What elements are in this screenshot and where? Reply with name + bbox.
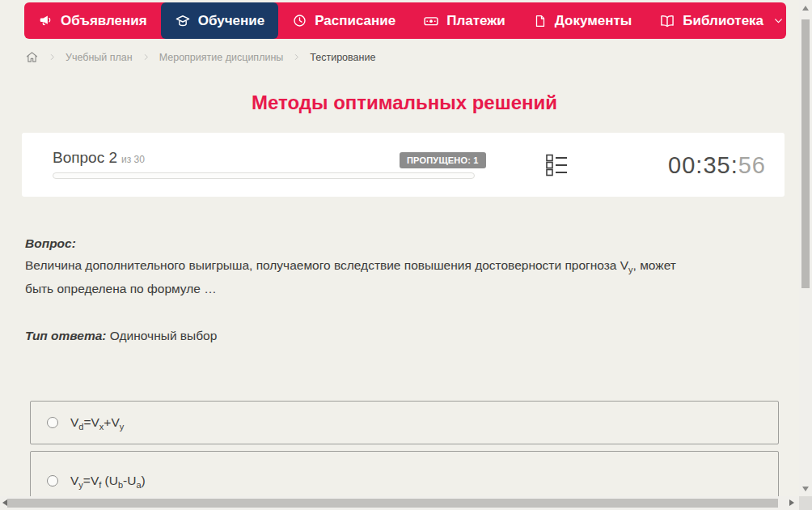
nav-item-documents[interactable]: Документы [519, 2, 646, 39]
breadcrumb-item-curriculum[interactable]: Учебный план [66, 52, 133, 63]
nav-item-label: Расписание [315, 13, 395, 29]
nav-item-label: Библиотека [683, 13, 763, 29]
answer-option-formula: Vy=Vf (Ub-Ua) [70, 474, 146, 488]
home-icon[interactable] [25, 50, 39, 64]
timer-minutes: 00:35: [668, 152, 738, 178]
question-number: Вопрос 2 [53, 149, 117, 166]
nav-item-label: Объявления [61, 13, 147, 29]
timer-seconds: 56 [738, 152, 766, 178]
breadcrumb: Учебный план Мероприятие дисциплины Тест… [25, 50, 375, 64]
main-navbar: Объявления Обучение Расписание Платежи Д… [24, 2, 786, 39]
breadcrumb-item-testing: Тестирование [310, 52, 375, 63]
timer: 00:35:56 [668, 152, 766, 179]
chevron-right-icon [48, 53, 57, 62]
breadcrumb-item-discipline-event[interactable]: Мероприятие дисциплины [159, 52, 284, 63]
graduation-cap-icon [175, 13, 191, 29]
question-text: Величина дополнительного выигрыша, получ… [25, 253, 777, 300]
document-icon [533, 14, 548, 28]
nav-item-learning[interactable]: Обучение [161, 2, 278, 39]
lms-test-page: Объявления Обучение Расписание Платежи Д… [0, 0, 812, 510]
question-total: из 30 [121, 154, 145, 165]
horizontal-scroll-thumb[interactable] [7, 499, 778, 508]
vertical-scrollbar[interactable] [799, 0, 812, 496]
radio-button[interactable] [47, 417, 58, 428]
nav-item-announcements[interactable]: Объявления [24, 2, 161, 39]
banknote-icon [423, 13, 439, 29]
question-heading: Вопрос: [25, 236, 76, 251]
vertical-scroll-thumb[interactable] [801, 19, 810, 288]
scroll-down-arrow[interactable] [802, 487, 809, 491]
progress-bar [53, 172, 475, 179]
clock-icon [292, 13, 307, 28]
answer-type-label: Тип ответа: [25, 329, 107, 342]
nav-item-schedule[interactable]: Расписание [278, 2, 409, 39]
skipped-badge: ПРОПУЩЕНО: 1 [400, 152, 486, 168]
nav-item-label: Обучение [198, 13, 264, 29]
nav-item-library[interactable]: Библиотека [645, 2, 786, 39]
chevron-down-icon [773, 15, 784, 26]
answer-type-value: Одиночный выбор [110, 329, 218, 342]
megaphone-icon [38, 13, 53, 28]
chevron-right-icon [142, 53, 150, 62]
horizontal-scrollbar[interactable] [0, 496, 799, 510]
question-list-icon[interactable] [546, 154, 568, 180]
nav-item-label: Платежи [446, 13, 505, 29]
scroll-right-arrow[interactable] [789, 499, 794, 506]
question-counter: Вопрос 2из 30 [53, 149, 145, 167]
scrollbar-corner [799, 496, 812, 510]
nav-item-payments[interactable]: Платежи [409, 2, 519, 39]
quiz-header-card: Вопрос 2из 30 ПРОПУЩЕНО: 1 00:35:56 [22, 133, 785, 197]
answer-option-formula: Vd=Vx+Vy [70, 415, 124, 430]
chevron-right-icon [292, 53, 301, 62]
page-title: Методы оптимальных решений [0, 91, 809, 114]
answer-type-line: Тип ответа: Одиночный выбор [25, 329, 217, 343]
nav-item-label: Документы [555, 13, 632, 29]
open-book-icon [659, 13, 675, 29]
scroll-up-arrow[interactable] [802, 6, 809, 11]
radio-button[interactable] [47, 475, 58, 487]
answer-option-1[interactable]: Vd=Vx+Vy [30, 401, 779, 444]
